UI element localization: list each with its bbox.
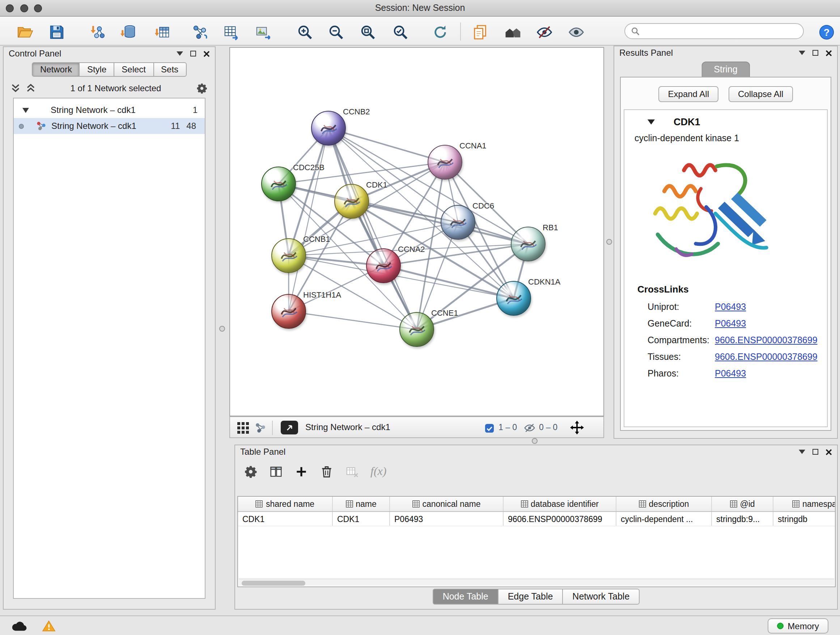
network-node-ccna1[interactable]	[428, 145, 462, 180]
crosslink-link[interactable]: P06493	[715, 302, 746, 312]
network-node-label-cdkn1a: CDKN1A	[528, 277, 561, 286]
table-tab-node-table[interactable]: Node Table	[433, 589, 499, 605]
column-header-namespac[interactable]: namespac	[774, 497, 836, 511]
function-builder-button[interactable]: f(x)	[370, 465, 386, 478]
network-node-hist1h1a[interactable]	[271, 294, 306, 329]
network-node-rb1[interactable]	[511, 226, 546, 261]
column-header-description[interactable]: description	[616, 497, 712, 511]
hide-selected-button[interactable]	[534, 22, 554, 42]
panel-maximize-icon[interactable]	[813, 449, 818, 455]
collapse-all-icon[interactable]	[11, 83, 20, 93]
help-button[interactable]: ?	[816, 22, 836, 42]
column-header-canonical-name[interactable]: canonical name	[390, 497, 504, 511]
control-tab-sets[interactable]: Sets	[153, 62, 186, 77]
results-tab-string[interactable]: String	[701, 62, 750, 77]
scrollbar-thumb[interactable]	[242, 580, 305, 585]
panel-close-icon[interactable]	[826, 448, 832, 455]
expand-all-button[interactable]: Expand All	[659, 86, 718, 102]
new-network-button[interactable]	[189, 22, 210, 42]
show-columns-icon[interactable]	[269, 464, 283, 478]
section-disclosure-icon[interactable]	[647, 119, 655, 125]
network-collection-row[interactable]: String Network – cdk1 1	[14, 102, 205, 118]
delete-column-icon[interactable]	[320, 464, 333, 478]
protein-section-header[interactable]: CDK1	[624, 110, 827, 130]
document-pages-button[interactable]	[470, 22, 490, 42]
memory-button[interactable]: Memory	[767, 618, 829, 633]
table-settings-gear-icon[interactable]	[244, 464, 257, 478]
zoom-out-button[interactable]	[325, 22, 346, 42]
add-column-icon[interactable]	[294, 464, 308, 478]
zoom-fit-button[interactable]	[357, 22, 378, 42]
open-in-new-button[interactable]	[281, 421, 298, 434]
pan-tool-icon[interactable]	[570, 421, 584, 434]
panel-float-icon[interactable]	[177, 51, 183, 56]
selected-checkbox-icon[interactable]	[485, 424, 494, 433]
network-overview-button[interactable]	[502, 22, 523, 42]
table-cell: stringdb:9...	[712, 512, 774, 526]
right-splitter-handle[interactable]	[606, 239, 612, 245]
panel-close-icon[interactable]	[826, 50, 832, 56]
crosslink-link[interactable]: 9606.ENSP00000378699	[715, 352, 818, 362]
table-tab-edge-table[interactable]: Edge Table	[498, 589, 563, 605]
column-header-name[interactable]: name	[333, 497, 390, 511]
zoom-in-button[interactable]	[294, 22, 315, 42]
crosslink-link[interactable]: P06493	[715, 368, 746, 378]
panel-close-icon[interactable]	[203, 50, 210, 57]
hidden-eye-icon[interactable]	[524, 423, 535, 433]
network-node-ccnb1[interactable]	[271, 238, 306, 273]
network-node-cdc6[interactable]	[441, 205, 475, 240]
window-minimize-button[interactable]	[20, 4, 28, 12]
warning-icon[interactable]	[42, 620, 56, 632]
network-node-ccne1[interactable]	[399, 312, 434, 347]
expand-all-icon[interactable]	[26, 83, 35, 93]
network-row-selected[interactable]: String Network – cdk1 11 48	[14, 118, 205, 134]
show-hidden-button[interactable]	[566, 22, 586, 42]
network-edge[interactable]	[289, 311, 417, 329]
panel-maximize-icon[interactable]	[813, 50, 818, 56]
cloud-status-icon[interactable]	[10, 620, 29, 632]
network-glyph-icon[interactable]	[255, 422, 266, 434]
new-network-from-selection-button[interactable]	[221, 22, 241, 42]
control-tab-network[interactable]: Network	[32, 62, 80, 77]
refresh-view-button[interactable]	[430, 22, 450, 42]
search-input[interactable]	[643, 26, 797, 36]
network-edge[interactable]	[328, 128, 445, 162]
import-network-from-database-button[interactable]	[118, 22, 138, 42]
horizontal-splitter-handle[interactable]	[532, 438, 538, 444]
network-canvas[interactable]: CCNB2CCNA1CDC25BCDK1CDC6RB1CCNB1CCNA2CDK…	[229, 47, 604, 416]
left-splitter-handle[interactable]	[219, 326, 225, 332]
table-horizontal-scrollbar[interactable]	[239, 578, 834, 586]
column-header-database-identifier[interactable]: database identifier	[504, 497, 616, 511]
export-image-button[interactable]	[253, 22, 273, 42]
import-table-from-file-button[interactable]	[152, 22, 172, 42]
zoom-selected-button[interactable]	[390, 22, 410, 42]
crosslink-link[interactable]: 9606.ENSP00000378699	[715, 335, 818, 345]
collapse-all-button[interactable]: Collapse All	[729, 86, 793, 102]
column-header-shared-name[interactable]: shared name	[238, 497, 333, 511]
window-zoom-button[interactable]	[34, 4, 42, 12]
birds-eye-view-icon[interactable]	[237, 422, 249, 434]
network-node-cdkn1a[interactable]	[496, 281, 531, 316]
table-cell: CDK1	[333, 512, 390, 526]
gear-icon[interactable]	[196, 82, 208, 94]
import-network-from-file-button[interactable]	[87, 22, 107, 42]
network-node-ccnb2[interactable]	[311, 111, 346, 146]
table-tab-network-table[interactable]: Network Table	[562, 589, 639, 605]
control-tab-style[interactable]: Style	[79, 62, 114, 77]
table-row[interactable]: CDK1CDK1P064939606.ENSP00000378699cyclin…	[238, 512, 835, 526]
crosslink-link[interactable]: P06493	[715, 318, 746, 328]
open-session-button[interactable]	[14, 22, 35, 42]
control-tab-select[interactable]: Select	[114, 62, 154, 77]
network-node-ccna2[interactable]	[366, 249, 401, 283]
window-close-button[interactable]	[6, 4, 14, 12]
disclosure-triangle-icon[interactable]	[22, 108, 29, 112]
column-header--id[interactable]: @id	[712, 497, 774, 511]
network-edge[interactable]	[328, 128, 417, 329]
panel-float-icon[interactable]	[799, 450, 805, 454]
network-node-cdc25b[interactable]	[261, 166, 296, 201]
network-node-cdk1[interactable]	[334, 184, 369, 219]
panel-float-icon[interactable]	[799, 51, 805, 55]
save-session-button[interactable]	[46, 22, 66, 42]
panel-maximize-icon[interactable]	[190, 51, 196, 57]
network-edge[interactable]	[289, 128, 328, 311]
